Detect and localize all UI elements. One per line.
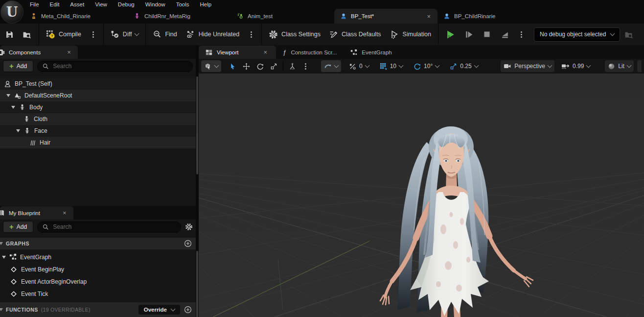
- move-tool-button[interactable]: [240, 60, 253, 72]
- browse-debug-object-button[interactable]: [620, 24, 638, 45]
- components-search-input[interactable]: [52, 62, 187, 70]
- transform-options-button[interactable]: [299, 60, 312, 72]
- override-dropdown[interactable]: Override: [138, 305, 180, 315]
- asset-tab-meta-child-rinarie[interactable]: Meta_Child_Rinarie: [24, 9, 128, 24]
- tree-row-cloth[interactable]: Cloth: [0, 113, 196, 125]
- section-collapse-icon[interactable]: [0, 308, 3, 311]
- chevron-down-icon: [548, 63, 552, 68]
- view-mode-dropdown[interactable]: Lit: [605, 60, 634, 72]
- settings-gear-icon[interactable]: [185, 223, 193, 231]
- asset-tab-label: Meta_Child_Rinarie: [41, 13, 91, 19]
- hide-unrelated-button[interactable]: Hide Unrelated: [182, 24, 244, 45]
- scale-snap-toggle[interactable]: 0.25: [447, 60, 481, 72]
- rotation-snap-toggle[interactable]: 10°: [411, 60, 442, 72]
- coordinate-system-button[interactable]: [286, 60, 299, 72]
- add-function-icon[interactable]: [184, 306, 192, 314]
- menu-window[interactable]: Window: [140, 1, 171, 8]
- add-component-button[interactable]: + Add: [3, 60, 33, 72]
- grid-snap-toggle[interactable]: 10: [377, 60, 406, 72]
- menu-view[interactable]: View: [90, 1, 113, 8]
- frame-skip-button[interactable]: [460, 24, 478, 45]
- compile-button[interactable]: ? Compile: [42, 24, 86, 45]
- menu-asset[interactable]: Asset: [65, 1, 90, 8]
- surface-snapping-dropdown[interactable]: [321, 60, 341, 72]
- show-flags-button-partial[interactable]: [637, 60, 642, 72]
- scale-tool-button[interactable]: [267, 60, 280, 72]
- camera-speed-control[interactable]: 0.99: [558, 60, 593, 72]
- close-icon[interactable]: ×: [425, 12, 433, 21]
- save-button[interactable]: [1, 24, 18, 45]
- scrollbar-thumb[interactable]: [196, 76, 198, 174]
- tab-viewport[interactable]: Viewport ×: [199, 46, 276, 59]
- tree-row-hair[interactable]: Hair: [0, 137, 196, 148]
- functions-section-header[interactable]: FUNCTIONS (19 OVERRIDABLE) Override: [0, 302, 196, 317]
- find-button[interactable]: Find: [148, 24, 181, 45]
- add-blueprint-item-button[interactable]: + Add: [3, 221, 33, 233]
- close-icon[interactable]: ×: [262, 48, 270, 56]
- close-icon[interactable]: ×: [61, 209, 69, 217]
- selection-mode-dropdown[interactable]: [201, 60, 221, 72]
- expander-arrow-icon[interactable]: [6, 94, 10, 97]
- tree-row-body[interactable]: Body: [0, 101, 196, 113]
- asset-tab-childrnr-metarig[interactable]: ChildRnr_MetaRig: [128, 9, 231, 24]
- tree-row-bp-test-self[interactable]: BP_Test (Self): [0, 78, 196, 90]
- compile-options-button[interactable]: [86, 24, 101, 45]
- my-blueprint-search-input[interactable]: [52, 223, 176, 231]
- tab-construction-script[interactable]: ƒ Construction Scr...: [276, 46, 344, 59]
- diff-button[interactable]: Diff: [106, 24, 143, 45]
- class-settings-button[interactable]: Class Settings: [264, 24, 325, 45]
- expander-arrow-icon[interactable]: [2, 256, 6, 259]
- rotate-tool-button[interactable]: [253, 60, 267, 72]
- menu-help[interactable]: Help: [195, 1, 217, 8]
- actor-snap-toggle[interactable]: 0: [346, 60, 372, 72]
- menu-edit[interactable]: Edit: [45, 1, 65, 8]
- event-row-tick[interactable]: Event Tick: [0, 288, 196, 300]
- play-button[interactable]: [441, 24, 460, 45]
- event-row-actorbeginoverlap[interactable]: Event ActorBeginOverlap: [0, 275, 196, 288]
- asset-tab-bp-test[interactable]: BP_Test* ×: [334, 9, 437, 24]
- simulation-button[interactable]: Simulation: [386, 24, 436, 45]
- tab-my-blueprint[interactable]: My Blueprint ×: [0, 206, 73, 219]
- chevron-down-icon: [610, 31, 615, 36]
- asset-tab-bp-childrinarie[interactable]: BP_ChildRinarie: [437, 9, 541, 24]
- search-icon: [43, 224, 48, 230]
- 3d-scene: [199, 73, 644, 317]
- tab-eventgraph[interactable]: EventGraph: [344, 46, 411, 59]
- eject-icon: [500, 30, 509, 39]
- skeletal-mesh-icon: [23, 116, 30, 123]
- close-icon[interactable]: ×: [65, 48, 73, 56]
- browse-asset-button[interactable]: [18, 24, 36, 45]
- menu-debug[interactable]: Debug: [113, 1, 140, 8]
- scrollbar-thumb[interactable]: [196, 251, 198, 317]
- play-options-button[interactable]: [514, 24, 529, 45]
- event-row-beginplay[interactable]: Event BeginPlay: [0, 263, 196, 275]
- frame-skip-icon: [464, 30, 474, 39]
- event-row-label: Event ActorBeginOverlap: [21, 278, 87, 285]
- stop-button[interactable]: [478, 24, 496, 45]
- blueprint-self-icon: [4, 80, 11, 88]
- graph-row-eventgraph[interactable]: EventGraph: [0, 251, 196, 263]
- expander-arrow-icon[interactable]: [11, 106, 15, 109]
- expander-arrow-icon[interactable]: [16, 129, 20, 132]
- tab-components[interactable]: Components ×: [0, 46, 78, 59]
- scale-snap-value: 0.25: [460, 63, 471, 70]
- actor-snap-icon: [349, 63, 356, 70]
- asset-tab-anim-test[interactable]: Anim_test: [231, 9, 334, 24]
- add-graph-icon[interactable]: [184, 240, 192, 247]
- tree-row-defaultsceneroot[interactable]: DefaultSceneRoot: [0, 90, 196, 101]
- select-tool-button[interactable]: [226, 60, 239, 72]
- menu-tools[interactable]: Tools: [171, 1, 195, 8]
- menu-file[interactable]: File: [24, 1, 45, 8]
- viewport-3d-canvas[interactable]: [199, 73, 644, 317]
- tree-row-face[interactable]: Face: [0, 125, 196, 137]
- debug-object-dropdown[interactable]: No debug object selected: [534, 27, 620, 42]
- toolbar-separator: [438, 24, 438, 45]
- hide-unrelated-options-button[interactable]: [244, 24, 259, 45]
- class-defaults-button[interactable]: Class Defaults: [325, 24, 386, 45]
- graphs-section-header[interactable]: GRAPHS: [0, 238, 196, 249]
- projection-dropdown[interactable]: Perspective: [501, 60, 554, 72]
- components-tab-strip: Components ×: [0, 45, 196, 59]
- section-collapse-icon[interactable]: [0, 242, 3, 245]
- hide-unrelated-label: Hide Unrelated: [199, 31, 239, 38]
- eject-button[interactable]: [496, 24, 514, 45]
